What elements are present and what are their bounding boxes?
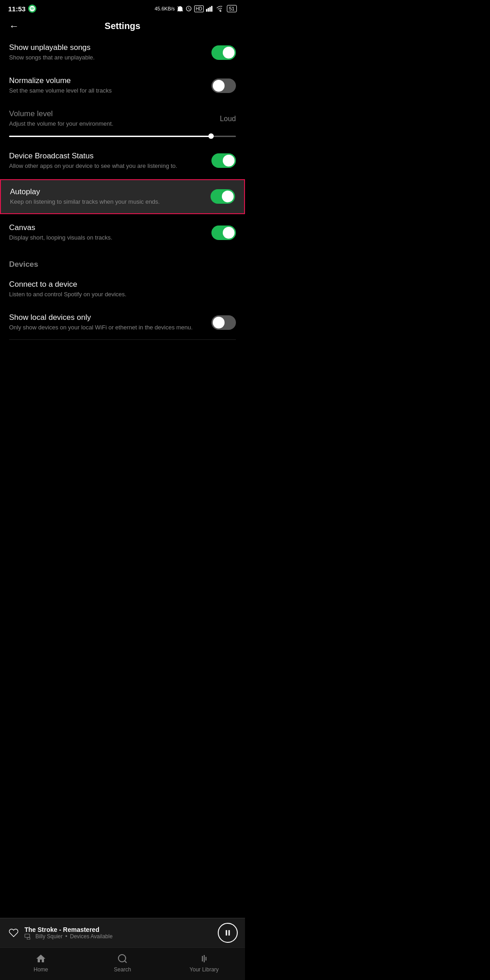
setting-canvas: Canvas Display short, looping visuals on… (0, 216, 245, 249)
setting-title: Show unplayable songs (9, 43, 204, 52)
setting-normalize: Normalize volume Set the same volume lev… (0, 69, 245, 102)
setting-title: Device Broadcast Status (9, 152, 204, 161)
devices-section-header: Devices (0, 249, 245, 273)
setting-show-unplayable: Show unplayable songs Show songs that ar… (0, 36, 245, 69)
page-title: Settings (105, 21, 141, 31)
setting-connect-device[interactable]: Connect to a device Listen to and contro… (0, 273, 245, 306)
toggle-normalize[interactable] (211, 78, 236, 93)
setting-desc: Set the same volume level for all tracks (9, 87, 204, 95)
toggle-autoplay[interactable] (211, 189, 235, 204)
volume-slider[interactable] (9, 136, 236, 137)
setting-desc: Only show devices on your local WiFi or … (9, 323, 204, 332)
back-button[interactable]: ← (9, 20, 19, 32)
volume-value: Loud (220, 115, 236, 123)
signal-icon (206, 5, 214, 12)
setting-desc: Keep on listening to similar tracks when… (10, 198, 203, 206)
setting-device-broadcast: Device Broadcast Status Allow other apps… (0, 144, 245, 177)
setting-title: Volume level (9, 109, 212, 118)
setting-desc: Show songs that are unplayable. (9, 54, 204, 62)
setting-title: Normalize volume (9, 76, 204, 85)
hd-badge: HD (194, 5, 203, 12)
setting-title: Autoplay (10, 187, 203, 196)
toggle-canvas[interactable] (211, 225, 236, 240)
spotify-icon (28, 5, 36, 13)
status-icons: 45.6KB/s HD 51 (155, 5, 237, 12)
settings-content: Show unplayable songs Show songs that ar… (0, 36, 245, 408)
battery: 51 (227, 5, 237, 12)
wifi-icon (216, 5, 225, 12)
toggle-show-unplayable[interactable] (211, 45, 236, 60)
status-bar: 11:53 45.6KB/s HD (0, 0, 245, 15)
svg-rect-1 (208, 8, 209, 12)
setting-desc: Allow other apps on your device to see w… (9, 162, 204, 170)
mute-icon (177, 5, 183, 12)
setting-title: Show local devices only (9, 313, 204, 322)
setting-autoplay: Autoplay Keep on listening to similar tr… (0, 179, 245, 214)
svg-rect-0 (206, 9, 207, 12)
toggle-local-devices[interactable] (211, 315, 236, 330)
setting-local-devices: Show local devices only Only show device… (0, 306, 245, 339)
setting-title: Canvas (9, 223, 204, 232)
speed-indicator: 45.6KB/s (155, 6, 175, 11)
svg-rect-3 (211, 6, 212, 12)
setting-desc: Listen to and control Spotify on your de… (9, 290, 229, 299)
settings-header: ← Settings (0, 15, 245, 36)
status-time: 11:53 (8, 5, 25, 13)
alarm-icon (186, 5, 192, 12)
section-divider (9, 339, 236, 340)
setting-volume-level: Volume level Adjust the volume for your … (0, 102, 245, 135)
setting-desc: Display short, looping visuals on tracks… (9, 234, 204, 242)
setting-title: Connect to a device (9, 280, 229, 289)
svg-rect-2 (209, 7, 211, 12)
setting-desc: Adjust the volume for your environment. (9, 120, 212, 128)
toggle-broadcast[interactable] (211, 153, 236, 168)
